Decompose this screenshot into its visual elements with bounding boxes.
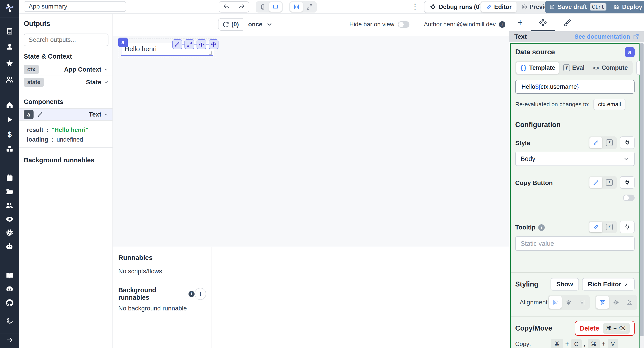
sidebar-item-user[interactable] <box>0 42 19 52</box>
add-background-runnable-button[interactable]: + <box>194 288 206 300</box>
align-top-button[interactable] <box>596 296 609 309</box>
sidebar-item-github[interactable] <box>0 298 19 308</box>
align-bottom-button[interactable] <box>623 296 636 309</box>
show-styling-button[interactable]: Show <box>550 278 579 290</box>
align-center-h-button[interactable] <box>562 296 575 309</box>
sidebar-item-dark-mode[interactable] <box>0 316 19 326</box>
expand-component-button[interactable] <box>184 39 194 49</box>
mobile-view-button[interactable] <box>257 2 269 12</box>
sidebar-item-workspace[interactable] <box>0 26 19 36</box>
sidebar-item-schedules[interactable] <box>0 173 19 183</box>
resize-handle[interactable] <box>209 52 212 54</box>
desktop-view-button[interactable] <box>269 2 282 12</box>
sidebar-item-folders[interactable] <box>0 187 19 196</box>
prop-colon: : <box>46 126 48 134</box>
undo-button[interactable] <box>219 2 234 12</box>
refresh-mode-dropdown[interactable]: once <box>248 21 272 28</box>
info-icon[interactable]: i <box>188 291 195 297</box>
sidebar-item-runs[interactable] <box>0 115 19 124</box>
sidebar-expand-button[interactable] <box>0 335 19 345</box>
chevron-up-icon[interactable] <box>104 112 109 117</box>
sidebar-item-ai[interactable] <box>0 242 19 252</box>
connect-input-button[interactable] <box>620 136 634 149</box>
static-mode-button[interactable] <box>590 222 602 232</box>
align-right-button[interactable] <box>576 296 588 309</box>
edit-component-button[interactable] <box>172 39 182 49</box>
function-icon: ƒ <box>563 64 570 71</box>
windmill-logo[interactable] <box>0 3 19 13</box>
sidebar-item-settings[interactable] <box>0 228 19 238</box>
eye-icon <box>5 215 14 224</box>
fullscreen-layout-button[interactable] <box>303 2 316 12</box>
move-component-button[interactable] <box>209 39 218 49</box>
centered-layout-button[interactable] <box>290 2 303 12</box>
hide-bar-toggle[interactable] <box>398 21 410 28</box>
static-mode-button[interactable] <box>590 137 602 148</box>
function-icon: ƒ <box>606 139 613 146</box>
prop-row-result[interactable]: result : "Hello henri" <box>27 126 112 134</box>
settings-scrollbar[interactable] <box>640 42 644 348</box>
reeval-dependency-chip[interactable]: ctx.email <box>594 99 626 110</box>
sidebar-item-home[interactable] <box>0 100 19 110</box>
prop-row-loading[interactable]: loading : undefined <box>27 136 112 143</box>
deploy-button[interactable]: Deploy <box>609 1 644 13</box>
info-icon[interactable]: i <box>499 21 505 28</box>
copy-button-toggle[interactable] <box>623 194 634 201</box>
debug-runs-button[interactable]: Debug runs (0) <box>424 1 487 13</box>
tab-compute[interactable]: <> Compute <box>589 62 631 74</box>
settings-scroll-area: Data source a {} Template ƒ Eval <> Comp… <box>510 42 644 348</box>
sidebar-item-workers[interactable] <box>0 200 19 210</box>
anchor-component-button[interactable] <box>196 39 206 49</box>
sidebar-item-docs[interactable] <box>0 270 19 280</box>
more-menu-button[interactable]: ⋮ <box>411 2 419 12</box>
rich-editor-button[interactable]: Rich Editor <box>582 278 634 290</box>
style-select[interactable]: Body <box>515 152 634 166</box>
tab-eval[interactable]: ƒ Eval <box>560 62 588 74</box>
sidebar-item-favorites[interactable] <box>0 58 19 68</box>
redo-button[interactable] <box>234 2 249 12</box>
sidebar-item-discord[interactable] <box>0 284 19 294</box>
tab-template[interactable]: {} Template <box>516 62 559 74</box>
book-icon <box>6 272 14 280</box>
sidebar-item-resources[interactable] <box>0 144 19 154</box>
tab-styling[interactable] <box>555 14 579 31</box>
tooltip-input[interactable] <box>515 236 634 251</box>
app-canvas[interactable]: a Hello henri <box>113 36 509 247</box>
sidebar-item-variables[interactable]: $ <box>0 129 19 139</box>
sidebar-item-groups[interactable] <box>0 75 19 84</box>
align-left-button[interactable] <box>549 296 562 309</box>
sidebar-item-audit[interactable] <box>0 214 19 224</box>
pen-icon[interactable] <box>37 112 43 118</box>
output-row-state[interactable]: state State <box>19 76 112 88</box>
tooltip-label: Tooltip <box>515 224 536 231</box>
component-row-a[interactable]: a Text <box>19 108 112 121</box>
eval-mode-button[interactable]: ƒ <box>603 137 616 148</box>
settings-panel: + Text See documentation Data source a <box>509 14 644 348</box>
eval-mode-button[interactable]: ƒ <box>603 222 616 232</box>
see-documentation-link[interactable]: See documentation <box>574 33 639 40</box>
app-summary-input[interactable] <box>24 1 126 12</box>
chevron-down-icon[interactable] <box>104 80 109 85</box>
plug-icon <box>624 140 630 146</box>
output-row-ctx[interactable]: ctx App Context <box>19 63 112 76</box>
users-gear-icon <box>5 201 14 210</box>
align-center-v-button[interactable] <box>610 296 622 309</box>
info-icon[interactable]: i <box>538 224 545 231</box>
template-code-input[interactable]: Hello ${ctx.username} <box>515 80 634 94</box>
delete-component-button[interactable]: Delete ⌘ + ⌫ <box>575 321 634 336</box>
connect-input-button[interactable] <box>620 176 634 189</box>
tab-component-settings[interactable] <box>531 14 555 31</box>
refresh-button[interactable]: (0) <box>218 18 243 31</box>
tab-editor[interactable]: Editor <box>481 2 516 12</box>
tab-insert-component[interactable]: + <box>510 14 531 31</box>
building-icon <box>6 28 14 35</box>
static-mode-button[interactable] <box>590 177 602 188</box>
maximize-icon <box>186 42 192 47</box>
pen-icon <box>593 224 599 230</box>
gear-icon <box>5 228 14 237</box>
connect-input-button[interactable] <box>620 221 634 233</box>
chevron-down-icon[interactable] <box>104 67 109 72</box>
scrollbar-thumb[interactable] <box>640 44 644 336</box>
search-outputs-input[interactable] <box>24 34 108 46</box>
eval-mode-button[interactable]: ƒ <box>603 177 616 188</box>
